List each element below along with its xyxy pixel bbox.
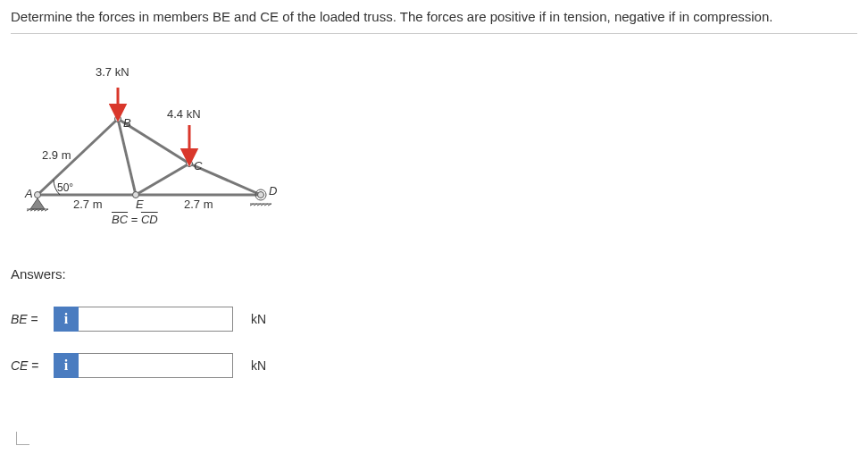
answer-label-be: BE = bbox=[11, 312, 54, 326]
angle-a-label: 50° bbox=[57, 181, 73, 194]
answer-row-ce: CE = i kN bbox=[11, 353, 857, 378]
answer-row-be: BE = i kN bbox=[11, 307, 857, 332]
len-ed-label: 2.7 m bbox=[184, 198, 213, 211]
bc-cd-equation: BC = CD bbox=[112, 213, 158, 226]
unit-label: kN bbox=[251, 312, 266, 326]
answer-label-ce: CE = bbox=[11, 358, 54, 373]
len-ab-label: 2.9 m bbox=[42, 148, 71, 162]
load-right-label: 4.4 kN bbox=[167, 107, 201, 121]
svg-point-9 bbox=[115, 116, 121, 122]
corner-marker bbox=[16, 432, 29, 445]
info-icon[interactable]: i bbox=[54, 307, 79, 332]
answers-block: Answers: BE = i kN CE = i kN bbox=[11, 266, 857, 378]
node-e-label: E bbox=[136, 198, 144, 211]
load-top-label: 3.7 kN bbox=[96, 65, 129, 79]
unit-label: kN bbox=[251, 358, 266, 373]
node-d-label: D bbox=[269, 184, 277, 198]
svg-point-10 bbox=[187, 161, 193, 167]
node-a-label: A bbox=[25, 187, 33, 200]
answer-input-be[interactable] bbox=[79, 307, 233, 332]
truss-diagram: 3.7 kN 4.4 kN 2.9 m 50° 2.7 m 2.7 m A B … bbox=[11, 52, 279, 240]
svg-point-8 bbox=[258, 192, 264, 198]
node-b-label: B bbox=[123, 116, 131, 130]
len-ae-label: 2.7 m bbox=[73, 198, 103, 211]
answers-title: Answers: bbox=[11, 266, 857, 282]
info-icon[interactable]: i bbox=[54, 353, 79, 378]
svg-line-5 bbox=[136, 164, 189, 195]
svg-line-4 bbox=[118, 119, 136, 195]
node-c-label: C bbox=[194, 159, 202, 172]
svg-point-6 bbox=[35, 192, 41, 198]
question-text: Determine the forces in members BE and C… bbox=[11, 9, 857, 34]
answer-input-ce[interactable] bbox=[79, 353, 233, 378]
